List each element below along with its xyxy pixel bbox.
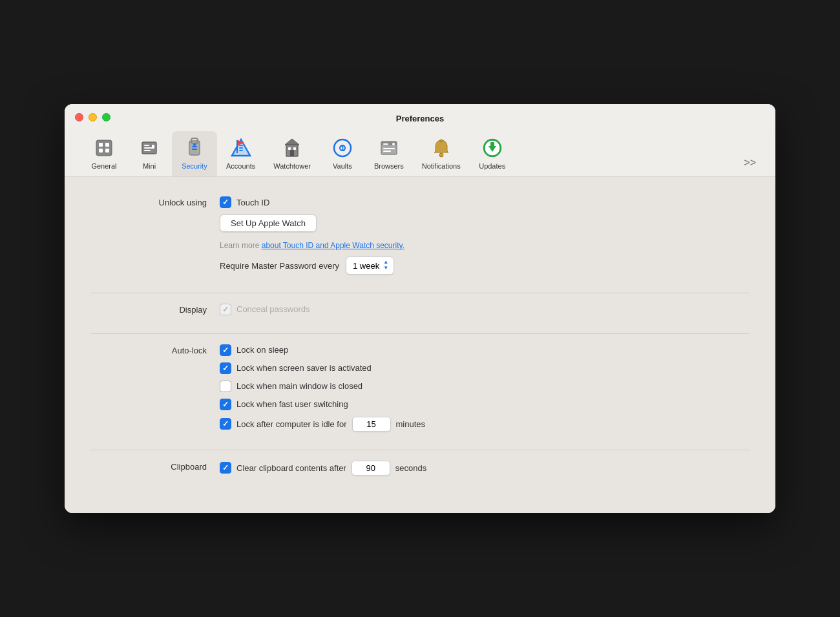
browsers-icon xyxy=(377,136,401,160)
conceal-pw-row: Conceal passwords xyxy=(220,304,750,315)
security-icon xyxy=(183,136,206,160)
tab-notifications[interactable]: Notifications xyxy=(413,131,470,176)
updates-icon xyxy=(481,136,504,160)
svg-rect-2 xyxy=(99,149,103,152)
tab-vaults-label: Vaults xyxy=(333,162,352,170)
master-pw-label: Require Master Password every xyxy=(220,261,339,271)
tab-watchtower-label: Watchtower xyxy=(273,162,311,170)
lock-screensaver-checkbox[interactable] xyxy=(220,362,231,374)
tab-updates[interactable]: Updates xyxy=(470,131,515,176)
tab-accounts-label: Accounts xyxy=(226,162,255,170)
content-area: Unlock using Touch ID Set Up Apple Watch… xyxy=(65,177,775,513)
display-label: Display xyxy=(90,304,220,315)
lock-window-checkbox[interactable] xyxy=(220,381,231,392)
display-section: Display Conceal passwords xyxy=(90,304,750,315)
clipboard-seconds-unit: seconds xyxy=(395,463,426,473)
notifications-icon xyxy=(430,136,453,160)
svg-rect-3 xyxy=(105,143,109,147)
idle-minutes-unit: minutes xyxy=(396,419,426,429)
divider-2 xyxy=(90,333,750,334)
tab-vaults[interactable]: 1 Vaults xyxy=(320,131,365,176)
toolbar: General Mini xyxy=(75,131,765,176)
watchtower-icon xyxy=(280,136,304,160)
conceal-pw-label: Conceal passwords xyxy=(236,304,310,314)
idle-lock-row: Lock after computer is idle for minutes xyxy=(220,417,750,432)
clipboard-seconds-input[interactable] xyxy=(352,461,390,476)
tab-browsers[interactable]: Browsers xyxy=(365,131,413,176)
maximize-button[interactable] xyxy=(102,113,110,121)
clipboard-label: Clipboard xyxy=(90,461,220,472)
svg-rect-12 xyxy=(192,146,197,147)
master-pw-dropdown[interactable]: 1 week ▲ ▼ xyxy=(346,256,394,275)
touch-id-row: Touch ID xyxy=(220,196,750,208)
clipboard-clear-label: Clear clipboard contents after xyxy=(236,463,346,473)
tab-mini[interactable]: Mini xyxy=(127,131,172,176)
lock-sleep-checkbox[interactable] xyxy=(220,344,231,356)
tab-accounts[interactable]: Accounts xyxy=(217,131,264,176)
autolock-section: Auto-lock Lock on sleep Lock when screen… xyxy=(90,344,750,432)
touch-id-checkbox[interactable] xyxy=(220,196,231,208)
svg-text:1: 1 xyxy=(340,143,344,153)
vaults-icon: 1 xyxy=(331,136,354,160)
dropdown-arrows-icon: ▲ ▼ xyxy=(383,260,388,271)
tab-mini-label: Mini xyxy=(143,162,156,170)
close-button[interactable] xyxy=(75,113,83,121)
svg-rect-34 xyxy=(383,148,395,149)
minimize-button[interactable] xyxy=(89,113,97,121)
learn-more-prefix: Learn more xyxy=(220,241,262,250)
tab-updates-label: Updates xyxy=(479,162,505,170)
svg-rect-41 xyxy=(490,142,494,147)
lock-window-row: Lock when main window is closed xyxy=(220,381,750,392)
lock-fast-user-label: Lock when fast user switching xyxy=(236,399,348,409)
more-tabs-button[interactable]: >> xyxy=(744,157,759,176)
lock-fast-user-checkbox[interactable] xyxy=(220,399,231,410)
svg-rect-8 xyxy=(144,150,151,151)
divider-1 xyxy=(90,293,750,293)
svg-rect-9 xyxy=(152,145,154,149)
clipboard-content: Clear clipboard contents after seconds xyxy=(220,461,750,476)
tab-notifications-label: Notifications xyxy=(422,162,461,170)
svg-point-33 xyxy=(392,143,395,145)
idle-lock-checkbox[interactable] xyxy=(220,418,231,430)
svg-marker-19 xyxy=(233,139,249,155)
general-icon xyxy=(92,136,116,160)
traffic-lights xyxy=(75,113,110,121)
lock-window-label: Lock when main window is closed xyxy=(236,381,362,391)
svg-rect-7 xyxy=(144,147,153,149)
clipboard-clear-row: Clear clipboard contents after seconds xyxy=(220,461,750,476)
svg-rect-13 xyxy=(192,149,197,150)
learn-more-row: Learn more about Touch ID and Apple Watc… xyxy=(220,241,750,250)
clipboard-clear-checkbox[interactable] xyxy=(220,462,231,474)
autolock-label: Auto-lock xyxy=(90,344,220,355)
tab-security[interactable]: Security xyxy=(172,131,217,176)
tab-watchtower[interactable]: Watchtower xyxy=(264,131,320,176)
svg-rect-0 xyxy=(96,140,112,156)
apple-watch-button[interactable]: Set Up Apple Watch xyxy=(220,214,317,232)
lock-sleep-row: Lock on sleep xyxy=(220,344,750,356)
svg-point-36 xyxy=(439,153,443,157)
lock-screensaver-label: Lock when screen saver is activated xyxy=(236,363,372,373)
svg-rect-24 xyxy=(290,150,294,156)
preferences-window: Preferences General xyxy=(65,104,775,513)
svg-rect-25 xyxy=(288,147,291,150)
titlebar: Preferences General xyxy=(65,104,775,177)
master-pw-row: Require Master Password every 1 week ▲ ▼ xyxy=(220,256,750,275)
lock-fast-user-row: Lock when fast user switching xyxy=(220,399,750,410)
lock-screensaver-row: Lock when screen saver is activated xyxy=(220,362,750,374)
idle-minutes-input[interactable] xyxy=(352,417,391,432)
display-content: Conceal passwords xyxy=(220,304,750,315)
svg-rect-20 xyxy=(236,140,238,153)
conceal-pw-checkbox[interactable] xyxy=(220,304,231,315)
learn-more-link[interactable]: about Touch ID and Apple Watch security. xyxy=(262,241,404,250)
apple-watch-row: Set Up Apple Watch xyxy=(220,214,750,232)
svg-rect-26 xyxy=(293,147,296,150)
svg-marker-23 xyxy=(285,139,299,145)
idle-lock-label: Lock after computer is idle for xyxy=(236,419,347,429)
tab-general[interactable]: General xyxy=(81,131,127,176)
touch-id-label: Touch ID xyxy=(236,198,269,207)
tab-security-label: Security xyxy=(182,162,207,170)
tab-browsers-label: Browsers xyxy=(374,162,404,170)
lock-sleep-label: Lock on sleep xyxy=(236,345,288,355)
tab-general-label: General xyxy=(91,162,116,170)
unlock-label: Unlock using xyxy=(90,196,220,207)
